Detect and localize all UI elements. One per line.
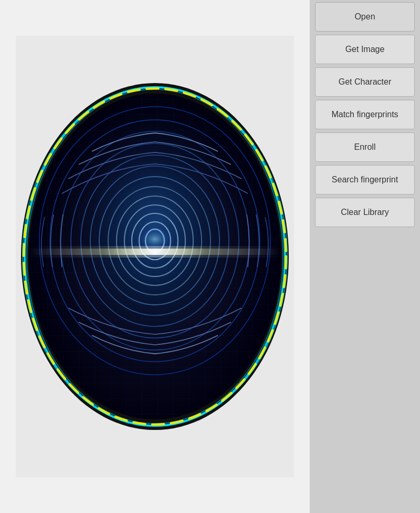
button-panel: OpenGet ImageGet CharacterMatch fingerpr… (310, 0, 420, 513)
search-fingerprint-button[interactable]: Search fingerprint (315, 165, 415, 194)
clear-library-button[interactable]: Clear Library (315, 198, 415, 227)
fingerprint-svg (16, 36, 294, 477)
svg-rect-23 (29, 246, 281, 258)
match-fingerprints-button[interactable]: Match fingerprints (315, 100, 415, 129)
open-button[interactable]: Open (315, 2, 415, 32)
get-image-button[interactable]: Get Image (315, 35, 415, 64)
svg-point-21 (118, 214, 192, 267)
get-character-button[interactable]: Get Character (315, 67, 415, 97)
fingerprint-image-area (0, 0, 310, 513)
enroll-button[interactable]: Enroll (315, 132, 415, 162)
